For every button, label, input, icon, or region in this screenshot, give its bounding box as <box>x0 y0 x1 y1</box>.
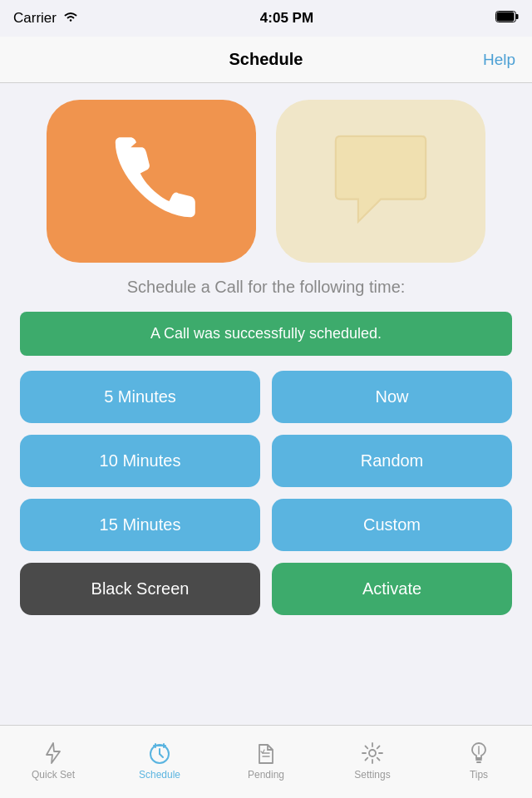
svg-point-11 <box>369 750 376 756</box>
status-bar-left: Carrier <box>13 10 78 27</box>
svg-rect-1 <box>515 14 518 19</box>
tab-quickset[interactable]: Quick Set <box>0 741 106 781</box>
page-title: Schedule <box>229 50 303 69</box>
settings-icon <box>360 741 385 766</box>
status-bar: Carrier 4:05 PM <box>0 0 532 37</box>
tab-schedule-label: Schedule <box>139 769 180 781</box>
tab-pending[interactable]: Pending <box>213 741 319 781</box>
message-icon <box>327 131 435 231</box>
tab-settings-label: Settings <box>354 769 390 781</box>
tab-tips-label: Tips <box>470 769 488 781</box>
svg-line-7 <box>160 754 163 757</box>
tab-pending-label: Pending <box>248 769 284 781</box>
blackscreen-button[interactable]: Black Screen <box>20 563 260 615</box>
10min-button[interactable]: 10 Minutes <box>20 435 260 487</box>
nav-bar: Schedule Help <box>0 37 532 83</box>
tab-tips[interactable]: Tips <box>426 741 532 781</box>
battery-icon <box>495 10 519 27</box>
svg-point-15 <box>478 746 480 747</box>
5min-button[interactable]: 5 Minutes <box>20 371 260 423</box>
subtitle-text: Schedule a Call for the following time: <box>127 278 406 297</box>
svg-rect-2 <box>496 12 514 22</box>
tab-schedule[interactable]: Schedule <box>106 741 213 781</box>
quickset-icon <box>41 741 66 766</box>
tab-quickset-label: Quick Set <box>32 769 75 781</box>
15min-button[interactable]: 15 Minutes <box>20 499 260 551</box>
schedule-icon <box>147 741 172 766</box>
tab-bar: Quick Set Schedule Pendin <box>0 725 532 798</box>
tips-icon <box>466 741 491 766</box>
carrier-label: Carrier <box>13 10 57 27</box>
random-button[interactable]: Random <box>272 435 512 487</box>
status-bar-right <box>495 10 519 27</box>
activate-button[interactable]: Activate <box>272 563 512 615</box>
wifi-icon <box>63 10 78 27</box>
message-icon-box[interactable] <box>276 100 485 263</box>
now-button[interactable]: Now <box>272 371 512 423</box>
tab-settings[interactable]: Settings <box>319 741 426 781</box>
buttons-grid: 5 Minutes Now 10 Minutes Random 15 Minut… <box>20 371 512 615</box>
help-button[interactable]: Help <box>483 51 515 69</box>
success-banner: A Call was successfully scheduled. <box>20 312 512 356</box>
icons-row <box>47 100 485 263</box>
custom-button[interactable]: Custom <box>272 499 512 551</box>
phone-icon-box[interactable] <box>47 100 256 263</box>
pending-icon <box>254 741 278 766</box>
time-display: 4:05 PM <box>260 10 313 27</box>
phone-icon <box>101 131 201 231</box>
main-content: Schedule a Call for the following time: … <box>0 83 532 725</box>
